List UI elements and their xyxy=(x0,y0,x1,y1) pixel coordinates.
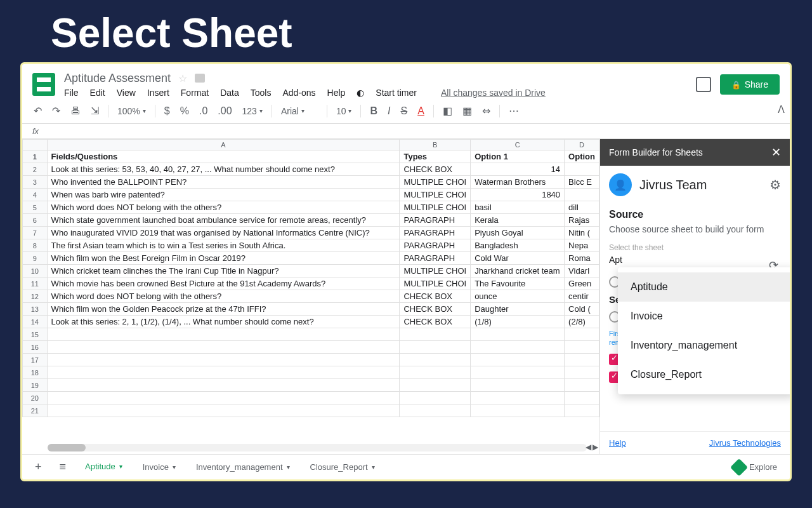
help-link[interactable]: Help xyxy=(609,438,626,448)
share-button[interactable]: Share xyxy=(720,74,780,95)
col-header[interactable]: B xyxy=(400,140,471,150)
cell[interactable]: Which state government launched boat amb… xyxy=(47,214,400,227)
cell[interactable]: CHECK BOX xyxy=(400,163,471,176)
col-header[interactable]: A xyxy=(47,140,400,150)
cell[interactable]: Look at this series: 53, 53, 40, 40, 27,… xyxy=(47,163,400,176)
row-header[interactable]: 2 xyxy=(23,163,48,176)
cell[interactable]: Which word does NOT belong with the othe… xyxy=(47,201,400,214)
cell[interactable]: ounce xyxy=(471,290,565,303)
redo-icon[interactable]: ↷ xyxy=(48,102,64,119)
italic-button[interactable]: I xyxy=(384,103,394,119)
zoom-dropdown[interactable]: 100% xyxy=(114,104,150,119)
row-header[interactable]: 20 xyxy=(23,392,48,404)
borders-icon[interactable]: ▦ xyxy=(459,102,476,119)
paint-format-icon[interactable]: ⇲ xyxy=(87,102,103,119)
cell[interactable]: 14 xyxy=(471,163,565,176)
collapse-toolbar-icon[interactable]: ᐱ xyxy=(778,104,785,116)
menu-data[interactable]: Data xyxy=(220,88,239,98)
cell[interactable]: MULTIPLE CHOI xyxy=(400,201,471,214)
currency-icon[interactable]: $ xyxy=(160,103,174,119)
cell[interactable]: Fields/Questions xyxy=(47,150,400,163)
cell[interactable]: Which film won the Best Foreign Film in … xyxy=(47,252,400,265)
cell[interactable] xyxy=(565,189,599,201)
cell[interactable]: Piyush Goyal xyxy=(471,227,565,239)
row-header[interactable]: 9 xyxy=(23,252,48,265)
percent-icon[interactable]: % xyxy=(176,103,193,119)
cell[interactable]: MULTIPLE CHOI xyxy=(400,265,471,277)
row-header[interactable]: 3 xyxy=(23,176,48,189)
row-header[interactable]: 14 xyxy=(23,316,48,328)
explore-button[interactable]: Explore xyxy=(725,457,785,478)
row-header[interactable]: 15 xyxy=(23,328,48,341)
menu-tools[interactable]: Tools xyxy=(251,88,272,98)
menu-help[interactable]: Help xyxy=(327,88,346,98)
merge-icon[interactable]: ⇔ xyxy=(478,102,494,119)
text-color-icon[interactable]: A xyxy=(414,103,428,119)
cell[interactable]: PARAGRAPH xyxy=(400,252,471,265)
comments-icon[interactable] xyxy=(696,77,711,92)
close-icon[interactable]: ✕ xyxy=(771,145,781,159)
cell[interactable]: Cold ( xyxy=(565,303,599,316)
cell[interactable]: Who inaugurated VIVID 2019 that was orga… xyxy=(47,227,400,239)
all-sheets-button[interactable]: ≡ xyxy=(52,455,74,479)
gear-icon[interactable]: ⚙ xyxy=(769,177,781,192)
col-header[interactable]: C xyxy=(471,140,565,150)
menu-view[interactable]: View xyxy=(117,88,136,98)
document-title[interactable]: Aptitude Assessment xyxy=(64,72,171,85)
cell[interactable]: Kerala xyxy=(471,214,565,227)
cell[interactable]: The first Asian team which is to win a T… xyxy=(47,239,400,252)
cell[interactable]: Rajas xyxy=(565,214,599,227)
col-header[interactable]: D xyxy=(565,140,599,150)
star-icon[interactable]: ☆ xyxy=(178,72,187,84)
cell[interactable]: Types xyxy=(400,150,471,163)
tab-closure[interactable]: Closure_Report xyxy=(301,457,384,477)
tab-aptitude[interactable]: Aptitude xyxy=(76,457,131,478)
cell[interactable]: The Favourite xyxy=(471,277,565,290)
dropdown-item-invoice[interactable]: Invoice xyxy=(618,302,792,331)
cell[interactable]: Which film won the Golden Peacock prize … xyxy=(47,303,400,316)
row-header[interactable]: 11 xyxy=(23,277,48,290)
cell[interactable]: Waterman Brothers xyxy=(471,176,565,189)
cell[interactable]: Nepa xyxy=(565,239,599,252)
start-timer[interactable]: Start timer xyxy=(376,88,417,98)
cell[interactable]: Green xyxy=(565,277,599,290)
row-header[interactable]: 12 xyxy=(23,290,48,303)
cell[interactable]: 1840 xyxy=(471,189,565,201)
cell[interactable]: Vidarl xyxy=(565,265,599,277)
row-header[interactable]: 10 xyxy=(23,265,48,277)
add-sheet-button[interactable]: + xyxy=(27,455,49,479)
menu-edit[interactable]: Edit xyxy=(90,88,105,98)
undo-icon[interactable]: ↶ xyxy=(30,102,46,119)
sheets-logo-icon[interactable] xyxy=(32,73,55,96)
number-format-dropdown[interactable]: 123 xyxy=(239,104,266,119)
fill-color-icon[interactable]: ◧ xyxy=(439,102,456,119)
more-icon[interactable]: ⋯ xyxy=(505,102,523,119)
cell[interactable]: Option xyxy=(565,150,599,163)
cell[interactable]: Nitin ( xyxy=(565,227,599,239)
row-header[interactable]: 1 xyxy=(23,150,48,163)
dropdown-item-closure[interactable]: Closure_Report xyxy=(618,360,792,389)
row-header[interactable]: 7 xyxy=(23,227,48,239)
cell[interactable] xyxy=(565,163,599,176)
cell[interactable]: Roma xyxy=(565,252,599,265)
cell[interactable]: Which movie has been crowned Best Pictur… xyxy=(47,277,400,290)
cell[interactable]: Bicc E xyxy=(565,176,599,189)
dec-decrease-icon[interactable]: .0 xyxy=(195,103,211,119)
font-size-dropdown[interactable]: 10 xyxy=(332,104,356,119)
tab-invoice[interactable]: Invoice xyxy=(134,457,185,477)
cell[interactable]: PARAGRAPH xyxy=(400,227,471,239)
dropdown-item-aptitude[interactable]: Aptitude xyxy=(618,272,792,302)
row-header[interactable]: 17 xyxy=(23,354,48,366)
row-header[interactable]: 8 xyxy=(23,239,48,252)
row-header[interactable]: 6 xyxy=(23,214,48,227)
font-dropdown[interactable]: Arial xyxy=(277,104,322,119)
row-header[interactable]: 4 xyxy=(23,189,48,201)
spreadsheet-grid[interactable]: ABCD1Fields/QuestionsTypesOption 1Option… xyxy=(22,139,599,454)
row-header[interactable]: 19 xyxy=(23,379,48,392)
formula-bar[interactable]: fx xyxy=(22,124,790,139)
menu-insert[interactable]: Insert xyxy=(147,88,169,98)
bold-button[interactable]: B xyxy=(366,103,381,119)
cell[interactable]: Cold War xyxy=(471,252,565,265)
scroll-left-icon[interactable]: ◀ xyxy=(586,443,591,451)
cell[interactable]: (2/8) xyxy=(565,316,599,328)
